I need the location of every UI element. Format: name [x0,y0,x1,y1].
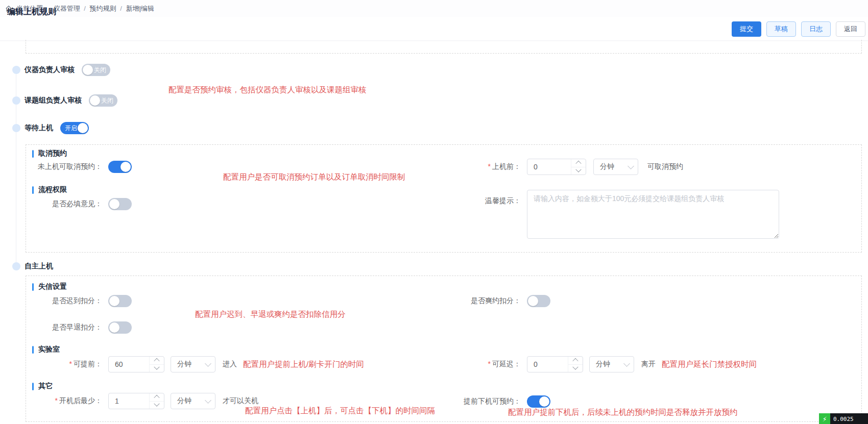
breadcrumb-item-rules[interactable]: 预约规则 [90,5,116,12]
switch-knob [528,296,538,306]
waiting-label: 等待上机 [25,123,53,133]
section-lab-title: 实验室 [38,345,60,354]
perf-value: 0.0025 [830,413,868,424]
min-on-time-label: *开机后最少： [32,396,102,406]
instrument-review-switch[interactable]: 关闭 [82,64,110,76]
annotation-release: 配置用户提前下机后，后续未上机的预约时间是否释放并开放预约 [508,407,738,418]
number-spinner [568,357,583,372]
row-early-off-rebook: 提前下机可预约： [449,395,550,408]
section-bar [32,383,34,390]
back-button[interactable]: 返回 [836,21,865,37]
min-on-time-suffix: 才可以关机 [223,396,258,406]
opinion-required-label: 是否必填意见： [32,199,102,209]
warm-tip-textarea[interactable] [527,190,779,239]
before-boarding-suffix: 可取消预约 [647,162,683,171]
row-waiting: 等待上机 开启 [25,122,89,134]
spinner-down-icon[interactable] [150,401,164,409]
annotation-cancel: 配置用户是否可取消预约订单以及订单取消时间限制 [223,172,405,183]
row-self-service: 自主上机 [25,260,53,272]
spinner-up-icon[interactable] [571,159,586,167]
waiting-switch[interactable]: 开启 [60,122,89,134]
submit-button[interactable]: 提交 [732,21,761,37]
log-button[interactable]: 日志 [801,21,831,37]
header-actions: 提交 草稿 日志 返回 [732,21,865,37]
section-cancel-title: 取消预约 [38,149,67,158]
before-boarding-unit-select[interactable]: 分钟 [593,159,638,175]
perf-badge[interactable]: ⚡ 0.0025 [819,413,868,424]
row-early-leave-deduction: 是否早退扣分： [32,321,132,334]
number-spinner [149,357,164,372]
switch-state-label: 关闭 [101,94,113,107]
required-mark: * [69,360,72,368]
switch-state-label: 关闭 [94,64,106,76]
group-review-label: 课题组负责人审核 [25,96,82,105]
breadcrumb-separator: / [84,5,86,12]
row-noshow-deduction: 是否爽约扣分： [449,295,550,307]
row-group-review: 课题组负责人审核 关闭 [25,94,117,107]
timeline-dot [12,96,20,105]
row-opinion-required: 是否必填意见： [32,198,132,210]
late-deduction-label: 是否迟到扣分： [32,296,102,306]
min-on-time-unit-select[interactable]: 分钟 [171,393,215,409]
annotation-credit: 配置用户迟到、早退或爽约是否扣除信用分 [195,309,346,320]
early-off-rebook-label: 提前下机可预约： [449,397,521,406]
section-process-permission: 流程权限 [32,186,67,194]
section-laboratory: 实验室 [32,345,60,354]
opinion-required-switch[interactable] [108,198,132,210]
warm-tip-label: 温馨提示： [449,196,521,206]
switch-knob [90,95,100,106]
group-review-switch[interactable]: 关闭 [89,94,117,107]
section-bar [32,346,34,354]
timeline-dot [12,262,20,270]
required-mark: * [488,162,491,170]
required-mark: * [488,360,491,368]
spinner-down-icon[interactable] [571,167,586,175]
cancel-before-boarding-switch[interactable] [108,161,132,173]
number-spinner [149,393,164,409]
before-boarding-time-label: *上机前： [449,162,521,171]
switch-knob [109,199,119,209]
annotation-shutdown: 配置用户点击【上机】后，可点击【下机】的时间间隔 [245,406,435,416]
annotation-enter: 配置用户提前上机/刷卡开门的时间 [243,359,364,370]
unit-value: 分钟 [177,396,191,406]
early-off-rebook-switch[interactable] [527,395,550,408]
row-advance-enter: *可提前： 分钟 进入 配置用户提前上机/刷卡开门的时间 [32,356,364,372]
section-other-title: 其它 [38,382,53,391]
lightning-icon: ⚡ [819,413,830,424]
switch-knob [78,123,88,133]
row-late-deduction: 是否迟到扣分： [32,295,132,307]
spinner-down-icon[interactable] [150,364,164,372]
section-perm-title: 流程权限 [38,185,67,194]
page-title: 编辑上机规则 [7,7,56,17]
noshow-deduction-label: 是否爽约扣分： [449,296,521,306]
section-cancel-reservation: 取消预约 [32,149,67,158]
section-credit: 失信设置 [32,283,67,291]
switch-state-label: 开启 [65,122,77,134]
advance-enter-input [108,356,164,372]
switch-knob [83,65,93,75]
delay-leave-unit-select[interactable]: 分钟 [589,356,634,372]
row-warm-tip-label: 温馨提示： [449,196,521,207]
spinner-up-icon[interactable] [150,393,164,401]
early-leave-deduction-switch[interactable] [108,321,132,334]
advance-enter-label: *可提前： [32,360,102,369]
page: 当前位置： 仪器管理 / 预约规则 / 新增|编辑 编辑上机规则 提交 草稿 日… [0,0,868,424]
number-spinner [571,159,586,174]
delay-leave-label: *可延迟： [449,360,521,369]
unit-value: 分钟 [596,360,610,369]
chevron-down-icon [205,360,211,367]
breadcrumb-bar: 当前位置： 仪器管理 / 预约规则 / 新增|编辑 [0,0,868,17]
chevron-down-icon [628,163,634,169]
section-bar [32,186,34,194]
draft-button[interactable]: 草稿 [766,21,796,37]
noshow-deduction-switch[interactable] [527,295,550,307]
spinner-down-icon[interactable] [568,364,583,372]
spinner-up-icon[interactable] [568,357,583,364]
spinner-up-icon[interactable] [150,357,164,364]
late-deduction-switch[interactable] [108,295,132,307]
delay-leave-suffix: 离开 [641,360,656,369]
advance-enter-unit-select[interactable]: 分钟 [171,356,215,372]
breadcrumb-item-instrument[interactable]: 仪器管理 [54,5,80,12]
instrument-review-label: 仪器负责人审核 [25,65,75,74]
section-credit-title: 失信设置 [38,282,67,291]
